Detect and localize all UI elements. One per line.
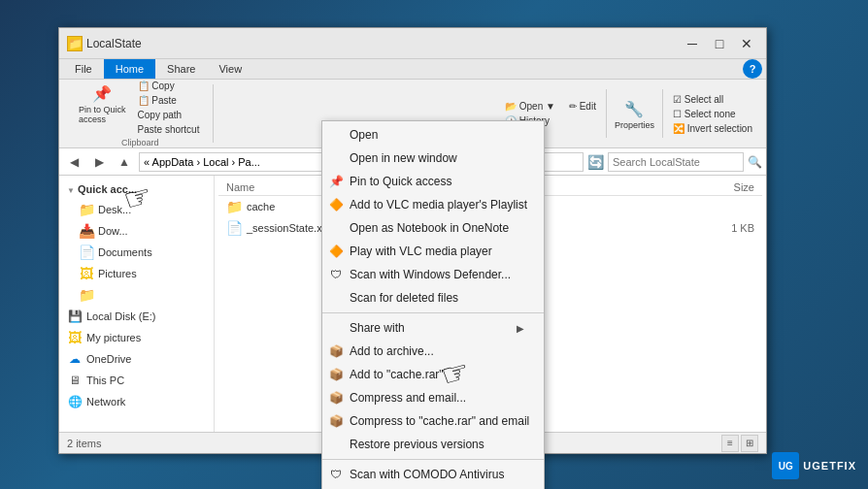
drive-icon: 💾 (67, 309, 83, 324)
select-none-button[interactable]: ☐ Select none (667, 108, 758, 120)
ctx-add-archive[interactable]: 📦 Add to archive... (322, 340, 544, 363)
copy-path-button[interactable]: Copy path (132, 109, 206, 121)
search-input[interactable] (608, 152, 744, 172)
window-title: LocalState (86, 37, 142, 50)
ctx-restore-versions[interactable]: Restore previous versions (322, 433, 544, 456)
sidebar-item-my-pictures[interactable]: 🖼 My pictures (59, 327, 214, 348)
ribbon-row-top: 📌 Pin to Quickaccess 📋 Copy 📋 Paste Copy… (75, 80, 205, 136)
network-icon: 🌐 (67, 394, 83, 409)
separator-2 (322, 459, 544, 460)
sidebar-item-desktop[interactable]: 📁 Desk... (59, 199, 214, 220)
paste-ribbon-button[interactable]: 📋 Paste (132, 94, 206, 107)
open-button[interactable]: 📂 Open ▼ (499, 100, 561, 113)
watermark-icon: UG (772, 452, 799, 479)
share-arrow: ▶ (517, 323, 524, 334)
clipboard-group: 📌 Pin to Quickaccess 📋 Copy 📋 Paste Copy… (67, 84, 214, 143)
sidebar-item-this-pc[interactable]: 🖥 This PC (59, 370, 214, 391)
ctx-onenote[interactable]: Open as Notebook in OneNote (322, 216, 544, 240)
ctx-open[interactable]: Open (322, 123, 544, 147)
paste-shortcut-button[interactable]: Paste shortcut (132, 123, 206, 136)
pin-to-quick-access-button[interactable]: 📌 Pin to Quickaccess (75, 80, 130, 136)
pc-icon: 🖥 (67, 373, 83, 388)
folder-icon: 📄 (79, 244, 94, 260)
search-icon: 🔍 (748, 155, 762, 169)
ctx-scan-deleted[interactable]: Scan for deleted files (322, 286, 544, 310)
defender-icon: 🛡 (328, 267, 344, 282)
sidebar-label-network: Network (86, 396, 125, 408)
back-button[interactable]: ◀ (63, 151, 84, 173)
explorer-window: 📁 LocalState ─ □ ✕ File Home Share View … (58, 27, 767, 454)
file-label-session: _sessionState.xi... (247, 222, 333, 234)
select-group: ☑ Select all ☐ Select none 🔀 Invert sele… (667, 93, 758, 135)
tab-file[interactable]: File (63, 59, 104, 79)
sidebar-item-blank[interactable]: 📁 (59, 284, 214, 306)
sidebar-label-pictures: Pictures (98, 268, 137, 279)
compress-email-icon: 📦 (328, 390, 344, 406)
file-label-cache: cache (247, 201, 275, 212)
ctx-compress-rar-email-label: Compress to "cache.rar" and email (350, 414, 529, 428)
help-button[interactable]: ? (743, 59, 762, 79)
tab-share[interactable]: Share (155, 59, 207, 79)
pin-icon: 📌 (90, 82, 114, 105)
copy-ribbon-button[interactable]: 📋 Copy (132, 80, 206, 92)
folder-icon: 🖼 (67, 330, 83, 345)
ctx-add-cache-rar[interactable]: 📦 Add to "cache.rar" (322, 363, 544, 386)
ctx-compress-email[interactable]: 📦 Compress and email... (322, 386, 544, 409)
window-icon: 📁 (67, 36, 83, 51)
refresh-icon[interactable]: 🔄 (587, 154, 604, 170)
ctx-compress-email-label: Compress and email... (350, 391, 466, 405)
tab-home[interactable]: Home (104, 59, 155, 79)
edit-button[interactable]: ✏ Edit (563, 100, 602, 113)
sidebar-label-this-pc: This PC (86, 375, 124, 386)
ctx-share-with-label: Share with (350, 321, 405, 335)
ctx-vlc-playlist[interactable]: 🔶 Add to VLC media player's Playlist (322, 193, 544, 216)
list-view-button[interactable]: ≡ (721, 435, 739, 452)
file-size-session: 1 KB (677, 222, 754, 234)
ctx-share-with[interactable]: Share with ▶ (322, 316, 544, 340)
folder-icon: 📁 (79, 202, 94, 217)
ctx-vlc-play[interactable]: 🔶 Play with VLC media player (322, 240, 544, 263)
forward-button[interactable]: ▶ (88, 151, 110, 173)
ctx-vlc-play-label: Play with VLC media player (350, 244, 492, 258)
close-button[interactable]: ✕ (735, 34, 758, 53)
ctx-open-label: Open (350, 128, 378, 142)
ctx-comodo[interactable]: 🛡 Scan with COMODO Antivirus (322, 463, 544, 486)
sidebar-item-local-disk[interactable]: 💾 Local Disk (E:) (59, 306, 214, 327)
up-button[interactable]: ▲ (114, 151, 135, 173)
onedrive-icon: ☁ (67, 351, 83, 367)
ctx-windows-defender[interactable]: 🛡 Scan with Windows Defender... (322, 263, 544, 286)
sidebar-item-downloads[interactable]: 📥 Dow... (59, 220, 214, 242)
invert-selection-button[interactable]: 🔀 Invert selection (667, 122, 758, 135)
sidebar-label-my-pictures: My pictures (86, 332, 141, 343)
ctx-compress-rar-email[interactable]: 📦 Compress to "cache.rar" and email (322, 409, 544, 433)
watermark: UG UGETFIX (772, 452, 856, 479)
folder-icon: 📥 (79, 223, 94, 239)
select-all-button[interactable]: ☑ Select all (667, 93, 758, 106)
sidebar-item-pictures[interactable]: 🖼 Pictures (59, 263, 214, 284)
ctx-open-new-window[interactable]: Open in new window (322, 147, 544, 170)
tab-view[interactable]: View (207, 59, 253, 79)
context-menu: Open Open in new window 📌 Pin to Quick a… (321, 120, 545, 489)
maximize-button[interactable]: □ (708, 34, 731, 53)
properties-button[interactable]: 🔧 Properties (611, 95, 658, 132)
sidebar-item-onedrive[interactable]: ☁ OneDrive (59, 348, 214, 370)
sidebar-label-local-disk: Local Disk (E:) (86, 310, 156, 322)
sidebar-label-documents: Documents (98, 246, 152, 258)
ctx-onenote-label: Open as Notebook in OneNote (350, 221, 509, 235)
sidebar-label-onedrive: OneDrive (86, 353, 131, 365)
view-toggle: ≡ ⊞ (721, 435, 758, 452)
sidebar-label-downloads: Dow... (98, 225, 128, 237)
ctx-pin-quick-access[interactable]: 📌 Pin to Quick access (322, 170, 544, 193)
sidebar-item-network[interactable]: 🌐 Network (59, 391, 214, 412)
properties-icon: 🔧 (622, 97, 646, 120)
sidebar-item-documents[interactable]: 📄 Documents (59, 242, 214, 263)
archive-icon: 📦 (328, 343, 344, 359)
vlc-play-icon: 🔶 (328, 244, 344, 259)
expand-icon: ▼ (67, 186, 75, 195)
minimize-button[interactable]: ─ (681, 34, 704, 53)
ctx-scan-deleted-label: Scan for deleted files (350, 291, 458, 305)
grid-view-button[interactable]: ⊞ (741, 435, 758, 452)
pin-label: Pin to Quickaccess (79, 105, 126, 124)
file-icon: 📄 (226, 220, 243, 236)
divider2 (662, 89, 663, 138)
